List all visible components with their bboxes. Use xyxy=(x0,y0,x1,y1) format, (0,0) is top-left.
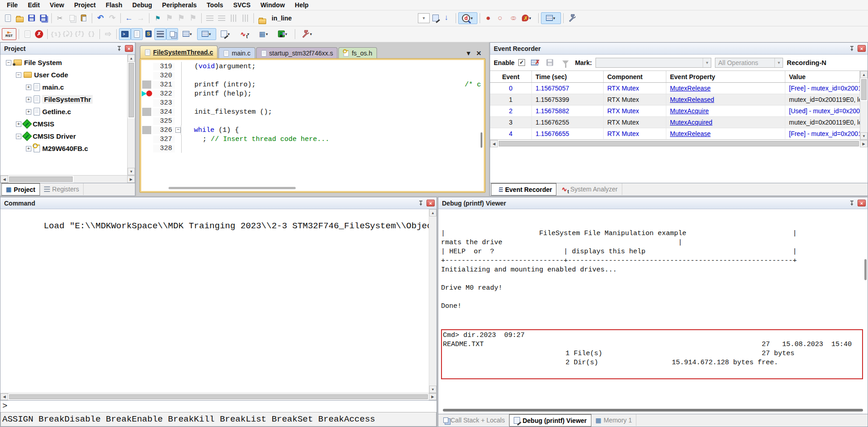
tree-item-getline-c[interactable]: +Getline.c xyxy=(0,105,135,118)
call-stack-window-button[interactable] xyxy=(166,28,178,40)
menu-file[interactable]: File xyxy=(2,0,23,10)
document-tab-startup-stm32f746xx-s[interactable]: startup_stm32f746xx.s xyxy=(256,47,338,59)
insert-breakpoint-button[interactable]: ● xyxy=(482,12,494,24)
watch-windows-button[interactable]: ▾ xyxy=(178,28,197,40)
document-tab-filesystemthread-c[interactable]: FileSystemThread.c xyxy=(140,45,218,59)
stop-button[interactable]: ✗ xyxy=(33,28,45,40)
code-line-margin[interactable] xyxy=(141,116,153,126)
event-property-link[interactable]: MutexRelease xyxy=(670,130,711,137)
incremental-find-button[interactable]: → xyxy=(441,12,453,24)
close-button[interactable]: × xyxy=(858,45,866,52)
search-input[interactable]: in_line xyxy=(268,15,318,22)
comment-button[interactable] xyxy=(228,12,239,24)
code-line-margin[interactable] xyxy=(141,62,153,71)
editor-vscroll-thumb[interactable] xyxy=(481,132,482,148)
tab-call-stack-locals[interactable]: Call Stack + Locals xyxy=(439,414,509,426)
menu-tools[interactable]: Tools xyxy=(202,0,228,10)
expander-icon[interactable]: + xyxy=(26,146,31,151)
scroll-thumb[interactable] xyxy=(9,394,428,399)
clear-events-button[interactable] xyxy=(529,57,541,69)
scroll-track[interactable] xyxy=(74,176,127,183)
menu-edit[interactable]: Edit xyxy=(23,0,45,10)
save-button[interactable] xyxy=(25,12,37,24)
kill-all-breakpoints-button[interactable]: ▾ xyxy=(518,12,536,24)
navigate-back-button[interactable]: ← xyxy=(123,12,135,24)
tab-project[interactable]: ▦Project xyxy=(1,183,40,196)
event-property-link[interactable]: MutexAcquire xyxy=(670,107,709,115)
scroll-track[interactable] xyxy=(860,101,868,132)
close-button[interactable]: × xyxy=(858,200,866,206)
debug-config-button[interactable]: ▾ xyxy=(298,28,317,40)
operations-combobox[interactable]: All Operations▾ xyxy=(715,58,783,68)
column-header-event[interactable]: Event xyxy=(490,71,532,82)
step-out-button[interactable]: {⤴} xyxy=(74,28,85,40)
run-button[interactable]: ⇨ xyxy=(102,28,114,40)
undo-button[interactable]: ↶ xyxy=(94,12,106,24)
scroll-track[interactable] xyxy=(429,216,436,386)
indent-button[interactable] xyxy=(204,12,216,24)
serial-windows-button[interactable]: S xyxy=(143,28,154,40)
project-hscrollbar[interactable]: ◀ ▶ xyxy=(0,175,135,183)
scroll-up-button[interactable]: ▲ xyxy=(429,209,436,216)
scroll-left-button[interactable]: ◀ xyxy=(490,140,498,147)
start-stop-debug-button[interactable]: d▾ xyxy=(458,12,477,24)
mark-combobox[interactable]: ▾ xyxy=(595,58,711,68)
cut-button[interactable]: ✂ xyxy=(54,12,66,24)
menu-debug[interactable]: Debug xyxy=(127,0,157,10)
scroll-thumb[interactable] xyxy=(861,79,867,100)
menu-svcs[interactable]: SVCS xyxy=(228,0,255,10)
column-header-component[interactable]: Component xyxy=(604,71,666,82)
tab-memory-1[interactable]: ▦Memory 1 xyxy=(591,414,636,426)
scroll-right-button[interactable]: ▶ xyxy=(429,393,436,400)
tree-item-main-c[interactable]: +main.c xyxy=(0,81,135,93)
logic-analyzer-button[interactable]: ▾ xyxy=(273,28,293,40)
unindent-button[interactable] xyxy=(216,12,228,24)
scroll-up-button[interactable]: ▲ xyxy=(128,55,135,62)
project-tree[interactable]: ▲ ▼ −File System−User Code+main.c+FileSy… xyxy=(0,55,135,175)
prev-bookmark-button[interactable]: ⚑ xyxy=(164,12,175,24)
debug-console[interactable]: | FileSystem File Manipulation example |… xyxy=(438,209,868,407)
window-layout-button[interactable]: ▾ xyxy=(541,12,561,24)
project-vscrollbar[interactable]: ▲ ▼ xyxy=(127,55,135,175)
save-all-button[interactable] xyxy=(37,12,49,24)
scroll-down-button[interactable]: ▼ xyxy=(860,132,868,140)
command-window-button[interactable]: > xyxy=(119,28,131,40)
event-property-link[interactable]: MutexReleased xyxy=(670,96,714,103)
code-line-margin[interactable] xyxy=(141,107,153,116)
column-header-value[interactable]: Value xyxy=(785,71,860,82)
memory-windows-button[interactable]: ▾ xyxy=(197,28,216,40)
command-hscrollbar[interactable]: ◀ ▶ xyxy=(0,393,436,400)
tab-event-recorder[interactable]: ↓Event Recorder xyxy=(491,183,556,196)
scroll-down-button[interactable]: ▼ xyxy=(128,168,135,175)
expander-icon[interactable]: − xyxy=(16,134,21,139)
scroll-thumb[interactable] xyxy=(499,141,859,146)
enable-disable-breakpoint-button[interactable]: ○ xyxy=(494,12,506,24)
column-header-event-property[interactable]: Event Property xyxy=(666,71,785,82)
table-row[interactable]: 21.15675882RTX MutexMutexAcquire[Used] -… xyxy=(490,105,860,117)
tree-item-user-code[interactable]: −User Code xyxy=(0,69,135,81)
toggle-bookmark-button[interactable]: ⚑ xyxy=(152,12,164,24)
document-tab-main-c[interactable]: main.c xyxy=(218,47,255,59)
new-file-button[interactable] xyxy=(2,12,14,24)
reset-button[interactable]: ⇤RST xyxy=(2,28,16,40)
command-vscrollbar[interactable]: ▲ ▼ xyxy=(429,209,436,393)
tree-item-m29w640fb-c[interactable]: +M29W640FB.c xyxy=(0,142,135,155)
enable-checkbox[interactable]: ✓ xyxy=(518,59,525,66)
find-in-files-button[interactable] xyxy=(256,12,268,24)
registers-window-button[interactable] xyxy=(154,28,166,40)
table-row[interactable]: 41.15676655RTX MutexMutexRelease[Free] -… xyxy=(490,128,860,140)
expander-icon[interactable]: + xyxy=(26,85,31,90)
tab-registers[interactable]: Registers xyxy=(40,183,84,195)
command-functions-bar[interactable]: ASSIGN BreakDisable BreakEnable BreakKil… xyxy=(0,412,436,427)
uncomment-button[interactable] xyxy=(239,12,251,24)
disable-all-breakpoints-button[interactable]: ○○ xyxy=(506,12,518,24)
event-table-hscrollbar[interactable]: ◀ ▶ xyxy=(490,140,868,147)
menu-peripherals[interactable]: Peripherals xyxy=(157,0,202,10)
run-to-line-button[interactable]: {} xyxy=(85,28,97,40)
event-property-link[interactable]: MutexRelease xyxy=(670,85,711,92)
code-line-margin[interactable] xyxy=(141,71,153,80)
code-editor[interactable]: 319 (void)argument;320321 printf (intro)… xyxy=(141,60,484,185)
step-button[interactable]: {↴} xyxy=(50,28,62,40)
fold-collapse-icon[interactable]: − xyxy=(175,127,181,133)
tree-item-file-system[interactable]: −File System xyxy=(0,56,135,69)
